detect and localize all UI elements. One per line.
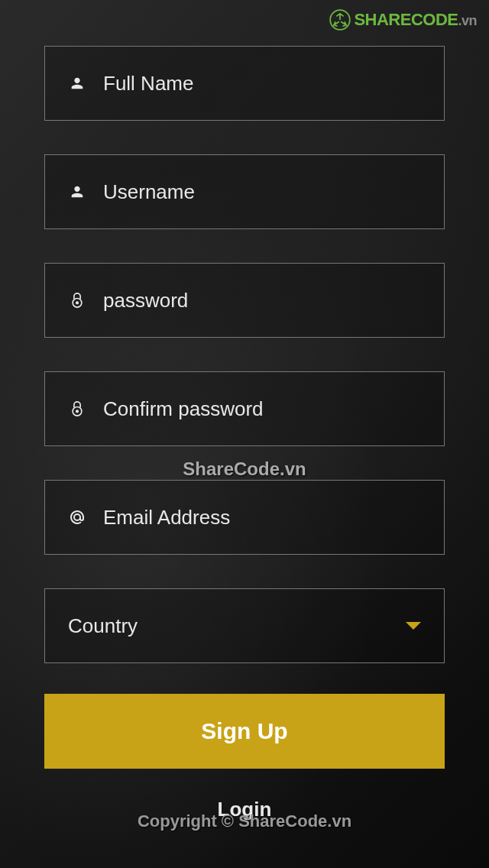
email-field: [44, 480, 445, 555]
chevron-down-icon: [406, 622, 421, 630]
lock-icon: [68, 291, 86, 309]
watermark-logo-text: SHARECODE.vn: [354, 10, 477, 30]
svg-point-4: [76, 410, 79, 413]
person-icon: [68, 183, 86, 201]
password-input[interactable]: [103, 289, 421, 313]
at-icon: [68, 508, 86, 526]
lock-icon: [68, 400, 86, 418]
signup-form: Country Sign Up Login: [0, 0, 489, 821]
username-field: [44, 154, 445, 229]
login-link[interactable]: Login: [44, 798, 445, 821]
person-icon: [68, 74, 86, 92]
full-name-field: [44, 46, 445, 121]
email-input[interactable]: [103, 506, 421, 530]
full-name-input[interactable]: [103, 72, 421, 96]
username-input[interactable]: [103, 180, 421, 204]
svg-point-5: [74, 514, 80, 520]
recycle-icon: [329, 9, 351, 31]
confirm-password-input[interactable]: [103, 397, 421, 421]
watermark-logo: SHARECODE.vn: [329, 9, 477, 31]
signup-button[interactable]: Sign Up: [44, 694, 445, 769]
country-select[interactable]: Country: [44, 588, 445, 663]
svg-point-2: [76, 302, 79, 304]
confirm-password-field: [44, 371, 445, 446]
password-field: [44, 263, 445, 338]
country-select-label: Country: [68, 614, 138, 638]
